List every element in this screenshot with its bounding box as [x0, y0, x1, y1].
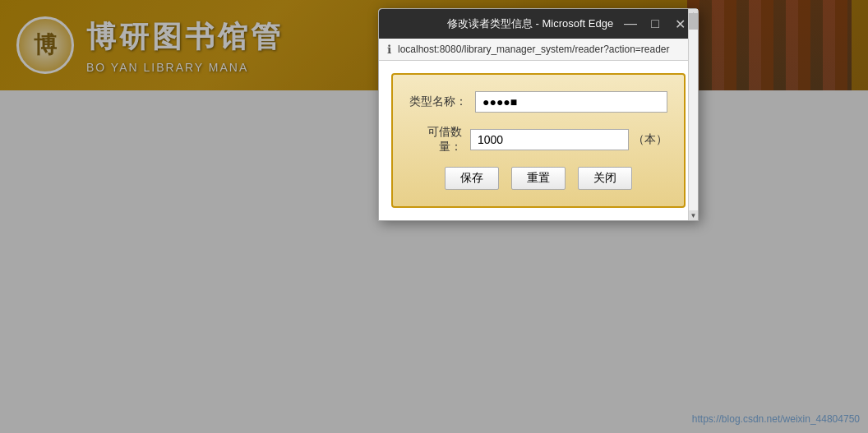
close-button[interactable]: ✕ [672, 16, 688, 32]
type-name-label: 类型名称： [409, 94, 467, 109]
minimize-button[interactable]: — [622, 16, 639, 32]
scrollbar-down-arrow[interactable]: ▼ [689, 210, 698, 220]
save-button[interactable]: 保存 [445, 167, 499, 190]
maximize-button[interactable]: □ [647, 16, 663, 32]
dialog-buttons: 保存 重置 关闭 [409, 167, 667, 190]
dialog-scrollbar[interactable]: ▲ ▼ [688, 9, 698, 220]
dialog-content: 类型名称： 可借数量： （本） 保存 重置 关闭 [391, 73, 686, 208]
type-name-input[interactable] [475, 91, 667, 113]
info-icon: ℹ [387, 43, 391, 56]
address-url-text[interactable]: localhost:8080/library_manager_system/re… [398, 44, 690, 55]
count-unit: （本） [633, 132, 667, 147]
close-dialog-button[interactable]: 关闭 [578, 167, 632, 190]
reset-button[interactable]: 重置 [511, 167, 566, 190]
titlebar-controls: — □ ✕ [622, 16, 688, 32]
count-row: 可借数量： （本） [409, 125, 667, 154]
scrollbar-thumb[interactable] [689, 13, 698, 30]
browser-addressbar: ℹ localhost:8080/library_manager_system/… [379, 39, 698, 61]
browser-titlebar: 修改读者类型信息 - Microsoft Edge — □ ✕ [379, 9, 698, 39]
browser-window[interactable]: 修改读者类型信息 - Microsoft Edge — □ ✕ ℹ localh… [378, 8, 699, 221]
count-label: 可借数量： [409, 125, 462, 154]
type-name-row: 类型名称： [409, 91, 667, 113]
count-input[interactable] [470, 129, 629, 150]
browser-title: 修改读者类型信息 - Microsoft Edge [438, 16, 622, 31]
